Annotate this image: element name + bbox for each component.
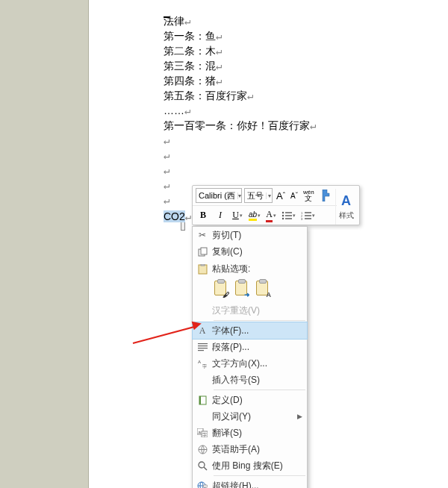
menu-separator [214, 390, 305, 390]
chevron-down-icon: ▾ [266, 193, 272, 199]
menu-separator [214, 475, 305, 476]
paste-icon [193, 264, 212, 275]
menu-english-assistant[interactable]: 英语助手(A) [193, 441, 307, 457]
svg-rect-34 [203, 485, 208, 487]
menu-define[interactable]: 定义(D) [193, 392, 307, 408]
menu-reconvert: 汉字重选(V) [193, 302, 307, 319]
menu-synonyms[interactable]: 同义词(Y) ▶ [193, 408, 307, 425]
menu-copy[interactable]: 复制(C) [193, 243, 307, 260]
paragraph-mark: ↵ [184, 15, 190, 27]
mini-format-toolbar: Calibri (西 ▾ 五号 ▾ Aˆ Aˇ wén 文 B I U▾ ab▾… [192, 185, 360, 225]
svg-text:字: 字 [202, 363, 207, 369]
svg-rect-19 [198, 350, 204, 351]
svg-rect-23 [199, 396, 201, 404]
menu-insert-symbol[interactable]: 插入符号(S) [193, 372, 307, 388]
svg-rect-15 [201, 264, 205, 266]
underline-button[interactable]: U▾ [230, 208, 245, 223]
chevron-down-icon: ▾ [237, 193, 241, 199]
svg-point-29 [199, 462, 205, 468]
bold-button[interactable]: B [196, 208, 211, 223]
doc-line: 第一百零一条：你好！百度行家↵ [164, 118, 315, 133]
selected-text[interactable]: CO2 [164, 210, 185, 222]
doc-line: 第五条：百度行家↵ [164, 88, 315, 103]
svg-text:字: 字 [202, 432, 207, 437]
svg-rect-18 [198, 348, 208, 348]
menu-separator [214, 320, 305, 321]
paste-text-only[interactable]: A [254, 278, 270, 298]
menu-bing-search[interactable]: 使用 Bing 搜索(E) [193, 457, 307, 474]
numbering-icon: 123 [301, 211, 311, 220]
brush-badge-icon: 🖌 [223, 291, 229, 298]
doc-line: ↵ [164, 133, 315, 148]
doc-line: 第三条：混↵ [164, 58, 315, 73]
dictionary-icon [193, 395, 212, 405]
text-direction-icon: A字 [193, 359, 212, 369]
doc-line: 法律↵ [164, 13, 315, 28]
translate-icon: a字 [193, 428, 212, 437]
doc-line: ↵ [164, 148, 315, 163]
doc-line: 第一条：鱼↵ [164, 28, 315, 43]
numbering-button[interactable]: 123▾ [299, 208, 317, 223]
menu-text-direction[interactable]: A字 文字方向(X)... [193, 355, 307, 372]
menu-translate[interactable]: a字 翻译(S) [193, 425, 307, 441]
grow-font-button[interactable]: Aˆ [275, 188, 287, 203]
menu-hyperlink[interactable]: 超链接(H)... [193, 478, 307, 488]
font-color-button[interactable]: A▾ [264, 208, 278, 223]
styles-icon: A [341, 193, 351, 209]
styles-button[interactable]: A 样式 [335, 189, 356, 225]
scissors-icon: ✂ [193, 230, 212, 240]
link-icon [193, 481, 212, 488]
doc-line: 第二条：木↵ [164, 43, 315, 58]
context-menu: ✂ 剪切(T) 复制(C) 粘贴选项: 🖌 ➜ A 汉字重选(V [192, 226, 308, 488]
highlight-button[interactable]: ab▾ [247, 208, 262, 223]
svg-rect-11 [305, 218, 311, 219]
svg-rect-9 [305, 215, 311, 216]
svg-text:3: 3 [301, 217, 303, 220]
menu-paragraph[interactable]: 段落(P)... [193, 339, 307, 355]
phonetic-guide-button[interactable]: wén 文 [302, 188, 316, 203]
copy-icon [193, 247, 212, 257]
doc-line: 第四条：猪↵ [164, 73, 315, 88]
svg-rect-13 [201, 248, 207, 254]
format-painter-button[interactable] [318, 188, 333, 203]
doc-line: ……↵ [164, 103, 315, 118]
svg-rect-7 [305, 212, 311, 213]
svg-line-30 [204, 467, 207, 470]
bullets-button[interactable]: ▾ [280, 208, 297, 223]
shrink-font-button[interactable]: Aˇ [289, 188, 299, 203]
font-size-combo[interactable]: 五号 ▾ [244, 188, 273, 203]
submenu-arrow-icon: ▶ [297, 413, 302, 420]
italic-button[interactable]: I [213, 208, 228, 223]
svg-point-4 [282, 217, 284, 219]
bullets-icon [281, 211, 292, 220]
svg-rect-3 [285, 215, 292, 216]
svg-text:A: A [198, 360, 201, 364]
menu-paste-options: 粘贴选项: 🖌 ➜ A [193, 260, 307, 302]
svg-rect-5 [285, 218, 292, 219]
svg-rect-16 [198, 343, 208, 344]
paste-keep-source[interactable]: 🖌 [212, 278, 228, 298]
arrow-badge-icon: ➜ [244, 291, 250, 298]
doc-line: ↵ [164, 163, 315, 178]
text-badge-icon: A [267, 291, 272, 298]
font-name-combo[interactable]: Calibri (西 ▾ [196, 188, 242, 203]
menu-cut[interactable]: ✂ 剪切(T) [193, 227, 307, 243]
svg-point-32 [200, 482, 203, 488]
svg-point-2 [282, 214, 284, 216]
paragraph-icon [193, 342, 212, 351]
svg-rect-14 [199, 265, 207, 274]
search-icon [193, 461, 212, 471]
svg-rect-1 [285, 212, 292, 213]
paste-merge-formatting[interactable]: ➜ [233, 278, 249, 298]
svg-point-0 [282, 211, 284, 213]
ruler-gutter [0, 0, 88, 488]
assistant-icon [193, 445, 212, 454]
menu-font[interactable]: A 字体(F)... [193, 322, 307, 339]
svg-rect-17 [198, 345, 208, 346]
